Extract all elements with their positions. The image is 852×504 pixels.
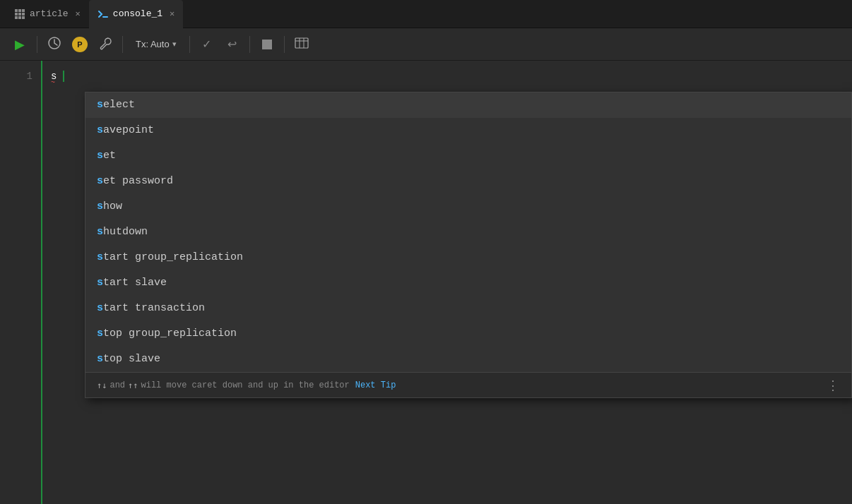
autocomplete-item-savepoint[interactable]: savepoint (85, 118, 851, 143)
tip-arrows-icon: ↑↓ (97, 380, 107, 390)
autocomplete-highlight-5: s (97, 226, 103, 238)
autocomplete-rest-2: et (103, 150, 116, 162)
autocomplete-item-set-password[interactable]: set password (85, 169, 851, 194)
autocomplete-item-start-slave[interactable]: start slave (85, 270, 851, 296)
svg-rect-2 (295, 38, 308, 48)
autocomplete-rest-10: top slave (103, 353, 160, 365)
stop-icon (262, 40, 272, 49)
toolbar-separator-4 (249, 36, 250, 53)
tab-article[interactable]: article ✕ (6, 0, 89, 28)
tip-bar: ↑↓ and ↑↑ will move caret down and up in… (85, 372, 851, 397)
undo-icon: ↩ (227, 37, 237, 51)
check-button[interactable]: ✓ (196, 33, 218, 56)
autocomplete-rest-9: top group_replication (103, 328, 237, 340)
history-button[interactable] (43, 33, 66, 56)
undo-button[interactable]: ↩ (221, 33, 244, 56)
autocomplete-rest-1: avepoint (103, 124, 154, 136)
squiggle: ~ (51, 77, 54, 90)
code-line-1: s ~ (51, 68, 852, 85)
autocomplete-item-start-group-replication[interactable]: start group_replication (85, 245, 851, 270)
autocomplete-highlight-1: s (97, 124, 103, 136)
autocomplete-item-shutdown[interactable]: shutdown (85, 220, 851, 245)
autocomplete-item-start-transaction[interactable]: start transaction (85, 296, 851, 321)
autocomplete-highlight-10: s (97, 353, 103, 365)
tab-console1-close[interactable]: ✕ (170, 8, 174, 19)
console-icon (97, 8, 109, 20)
tab-article-label: article (30, 8, 69, 19)
check-icon: ✓ (202, 37, 211, 51)
toolbar-separator-1 (37, 36, 37, 53)
autocomplete-item-show[interactable]: show (85, 194, 851, 220)
history-icon (47, 36, 61, 52)
toolbar-separator-2 (122, 36, 123, 53)
text-cursor (63, 71, 64, 82)
autocomplete-highlight-4: s (97, 200, 103, 212)
autocomplete-rest-3: et password (103, 175, 173, 187)
autocomplete-rest-6: tart group_replication (103, 251, 243, 263)
play-icon: ▶ (15, 37, 25, 52)
table-button[interactable] (290, 33, 313, 56)
wrench-button[interactable] (94, 33, 117, 56)
tx-label: Tx: Auto (136, 39, 170, 49)
tx-dropdown-button[interactable]: Tx: Auto ▾ (129, 36, 184, 52)
autocomplete-item-stop-group-replication[interactable]: stop group_replication (85, 321, 851, 347)
toolbar: ▶ P Tx: Auto ▾ ✓ ↩ (0, 28, 852, 61)
tab-article-close[interactable]: ✕ (76, 8, 81, 19)
next-tip-button[interactable]: Next Tip (355, 380, 396, 390)
autocomplete-highlight-0: s (97, 99, 103, 111)
line-number-1: 1 (0, 68, 32, 85)
tip-text-part1: and (110, 380, 125, 390)
autocomplete-dropdown: select savepoint set set password show s… (85, 92, 852, 398)
autocomplete-item-set[interactable]: set (85, 143, 851, 169)
toolbar-separator-5 (284, 36, 285, 53)
chevron-down-icon: ▾ (172, 40, 177, 49)
line-numbers: 1 (0, 61, 42, 504)
autocomplete-item-stop-slave[interactable]: stop slave (85, 347, 851, 372)
profile-badge: P (72, 37, 88, 52)
play-button[interactable]: ▶ (8, 33, 31, 56)
autocomplete-rest-4: how (103, 200, 122, 212)
autocomplete-highlight-8: s (97, 302, 103, 314)
autocomplete-highlight-6: s (97, 251, 103, 263)
editor-content[interactable]: s ~ select savepoint set set password sh… (42, 61, 852, 504)
autocomplete-highlight-9: s (97, 328, 103, 340)
tip-text-part2: will move caret down and up in the edito… (141, 380, 350, 390)
stop-button[interactable] (256, 33, 278, 56)
autocomplete-rest-0: elect (103, 99, 135, 111)
tab-bar: article ✕ console_1 ✕ (0, 0, 852, 28)
autocomplete-highlight-3: s (97, 175, 103, 187)
autocomplete-highlight-7: s (97, 277, 103, 289)
autocomplete-rest-8: tart transaction (103, 302, 205, 314)
editor-area: 1 s ~ select savepoint set set password (0, 61, 852, 504)
tab-console1-label: console_1 (113, 8, 162, 19)
grid-icon (14, 8, 25, 20)
wrench-icon (98, 36, 112, 52)
tip-arrows2-icon: ↑↑ (128, 380, 138, 390)
profile-button[interactable]: P (69, 33, 91, 56)
tab-console1[interactable]: console_1 ✕ (89, 0, 183, 28)
autocomplete-rest-5: hutdown (103, 226, 148, 238)
table-icon (295, 37, 309, 51)
toolbar-separator-3 (189, 36, 190, 53)
autocomplete-rest-7: tart slave (103, 277, 167, 289)
autocomplete-item-select[interactable]: select (85, 92, 851, 118)
autocomplete-highlight-2: s (97, 150, 103, 162)
more-options-icon[interactable]: ⋮ (827, 378, 840, 393)
